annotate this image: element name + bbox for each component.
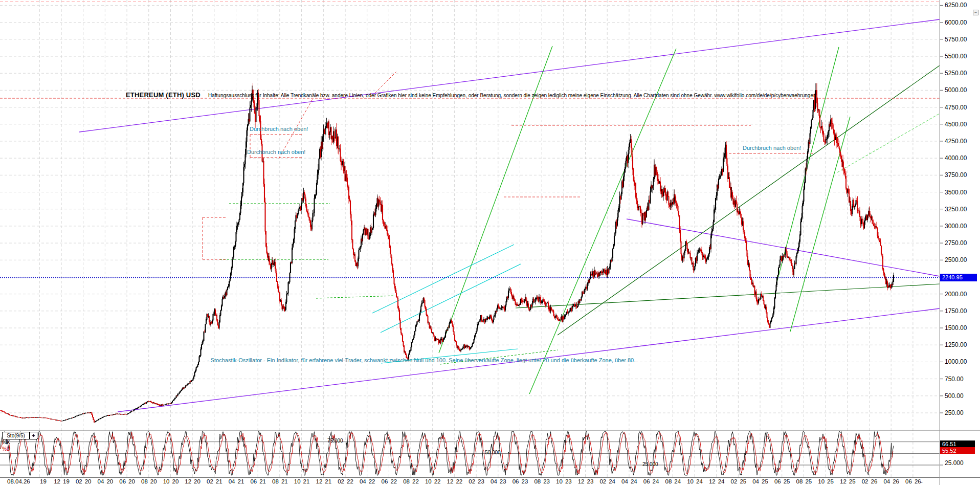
x-axis-label: 06 [639,478,650,484]
x-axis-label: 02 [333,478,344,484]
price-axis-label: 6250.00 [945,2,967,9]
x-axis-label: 23 [543,478,550,484]
price-axis-label: 3750.00 [945,171,967,179]
purple-trendline [627,219,940,276]
x-axis-label: 08 [661,478,672,484]
breakout-annotation-2: Durchbruch nach oben! [247,149,305,155]
candles-up-wicks [8,83,894,423]
x-axis-label: 10 [814,478,825,484]
x-axis-label: 12 [50,478,60,484]
x-axis-label: 12 [574,478,585,484]
price-axis-label: 5000.00 [945,86,967,94]
x-axis-label: 04 [617,478,628,484]
price-axis-label: 500.00 [945,392,964,400]
x-axis-label: 21 [303,478,310,484]
x-axis-label: 23 [478,478,484,484]
price-axis-label: 2500.00 [945,256,967,263]
price-axis-label: 3000.00 [945,223,967,230]
x-axis-label: 22 [369,478,375,484]
x-axis-label: 10 [421,478,432,484]
x-axis-label: 23 [522,478,528,484]
stochastic-indicator-button[interactable]: Sto(9/5) [2,432,30,439]
x-axis-label: 04 [93,478,104,484]
x-axis-label: 25 [762,478,768,484]
x-axis-label: 25 [784,478,790,484]
x-axis-label: 23 [500,478,506,484]
x-axis-label: 02 [203,478,213,484]
x-axis-label: - [921,478,923,484]
add-indicator-button[interactable]: + [30,432,37,439]
x-axis-label: 02 [72,478,82,484]
x-axis-label: 25 [849,478,856,484]
x-axis-label: 19 [63,478,70,484]
x-axis-label: 08 [137,478,148,484]
x-axis-label: 12 [442,478,453,484]
green_bright-trendline [529,49,676,394]
x-axis-label: 21 [325,478,331,484]
oscillator-axis-label: 25.000 [945,459,964,467]
x-axis-label: 22 [456,478,462,484]
price-axis-label: 1250.00 [945,341,967,348]
price-axis-label: 4000.00 [945,155,967,162]
x-axis-label: 24 [653,478,659,484]
price-axis-label: 250.00 [945,409,964,416]
oscillator-level-label: 75.000 [327,438,343,444]
price-axis-label: 5250.00 [945,70,967,77]
collapse-axis-button[interactable]: − [973,10,978,15]
x-axis-label: 24 [718,478,725,484]
x-axis-label: 24 [609,478,615,484]
chart-canvas[interactable] [0,0,980,485]
x-axis-label: 04 [486,478,497,484]
x-axis-label: 08.04.26 [7,478,30,484]
x-axis-label: 25 [740,478,746,484]
x-axis-label: 10 [159,478,170,484]
price-axis-label: 1750.00 [945,307,967,315]
purple-trendline [79,19,940,132]
x-axis-label: 20 [128,478,135,484]
x-axis-label: 12 [311,478,322,484]
red_dashed-trendline [375,72,396,93]
price-axis-label: 2750.00 [945,239,967,247]
last-price-badge: 2240.95 [940,274,977,281]
x-axis-label: 21 [216,478,222,484]
price-axis-label: 750.00 [945,376,964,383]
candles-down-wicks [1,83,892,422]
x-axis-label: 22 [347,478,353,484]
x-axis-label: 20 [150,478,157,484]
green_light-trendline [837,114,940,172]
stochastic-d-badge: 55.52 [940,447,975,454]
x-axis-label: 06 [246,478,257,484]
price-axis-label: 5750.00 [945,36,967,43]
price-axis-label: 5500.00 [945,53,967,60]
x-axis-label: 10 [683,478,694,484]
green_bright-trendline [776,47,839,284]
x-axis-label: 08 [399,478,410,484]
x-axis-label: 04 [225,478,235,484]
x-axis-label: 06 [770,478,781,484]
x-axis-label: 22 [412,478,419,484]
x-axis-label: 12 [181,478,191,484]
x-axis-label: 06 [115,478,126,484]
x-axis-label: 25 [805,478,812,484]
x-axis-label: 26 [915,478,921,484]
x-axis-label: 20 [85,478,92,484]
x-axis-label: 04 [879,478,890,484]
x-axis-label: 22 [390,478,397,484]
stochastic-d-label: %D [2,446,10,452]
x-axis-label: 20 [172,478,179,484]
x-axis-label: 26 [871,478,878,484]
x-axis-label: 20 [106,478,113,484]
price-axis-label: 2000.00 [945,291,967,298]
x-axis-label: 20 [194,478,201,484]
x-axis-label: 23 [565,478,572,484]
candles-up-bodies [8,90,894,423]
x-axis-label: 22 [434,478,441,484]
price-axis-label: 4500.00 [945,121,967,128]
price-axis-label: 1500.00 [945,324,967,332]
x-axis-label: 26 [893,478,899,484]
x-axis-label: 23 [587,478,594,484]
green_dark-trendline [516,284,940,308]
price-axis-label: 3500.00 [945,189,967,196]
x-axis-label: 02 [858,478,868,484]
chart-window: ETHEREUM (ETH) USD Haftungsausschluss fü… [0,0,980,485]
